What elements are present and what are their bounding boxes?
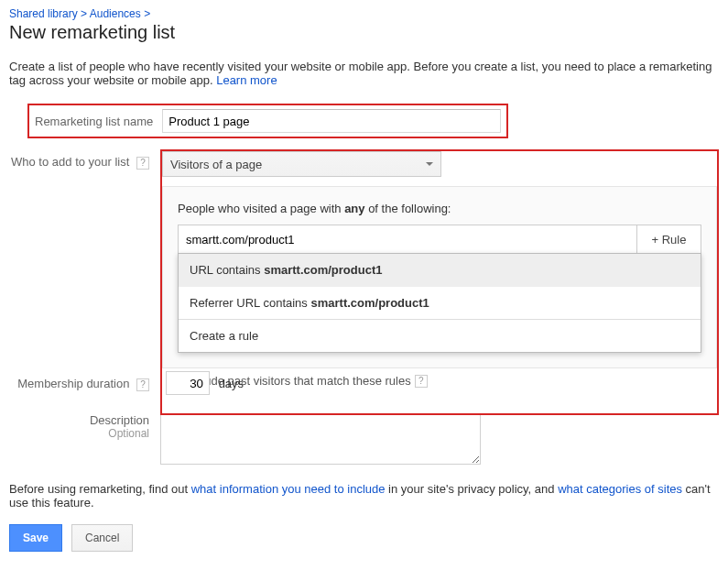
- cancel-button[interactable]: Cancel: [71, 524, 133, 552]
- button-row: Save Cancel: [9, 524, 719, 552]
- description-row: Description Optional: [9, 413, 719, 467]
- breadcrumb-shared[interactable]: Shared library: [9, 7, 78, 20]
- membership-duration-input[interactable]: [166, 371, 210, 395]
- info-include-link[interactable]: what information you need to include: [191, 482, 386, 496]
- membership-unit: days: [219, 377, 244, 390]
- categories-link[interactable]: what categories of sites: [558, 482, 682, 496]
- url-input[interactable]: [178, 225, 637, 254]
- visitors-dropdown-label: Visitors of a page: [170, 158, 262, 171]
- footer-text: Before using remarketing, find out what …: [9, 482, 719, 510]
- url-input-row: + Rule: [178, 225, 701, 254]
- visitors-dropdown[interactable]: Visitors of a page: [162, 151, 441, 177]
- who-label-wrap: Who to add to your list ?: [9, 149, 160, 170]
- page-title: New remarketing list: [9, 22, 719, 43]
- breadcrumb-sep1: >: [81, 7, 87, 20]
- description-label: Description: [9, 413, 149, 427]
- description-textarea[interactable]: [160, 413, 481, 465]
- url-suggestions: URL contains smartt.com/product1 Referre…: [178, 253, 701, 353]
- name-label: Remarketing list name: [35, 115, 153, 128]
- membership-content: days: [160, 371, 719, 395]
- rules-title: People who visited a page with any of th…: [178, 202, 701, 215]
- description-label-wrap: Description Optional: [9, 413, 160, 440]
- suggestion-url-contains[interactable]: URL contains smartt.com/product1: [179, 254, 701, 286]
- membership-label: Membership duration: [17, 377, 129, 390]
- chevron-down-icon: [426, 162, 433, 166]
- learn-more-link[interactable]: Learn more: [216, 73, 277, 87]
- breadcrumb-audiences[interactable]: Audiences: [90, 7, 141, 20]
- rules-panel: People who visited a page with any of th…: [162, 186, 717, 368]
- who-label: Who to add to your list: [11, 155, 129, 169]
- name-highlight: Remarketing list name: [27, 104, 508, 138]
- intro-body: Create a list of people who have recentl…: [9, 60, 712, 87]
- save-button[interactable]: Save: [9, 524, 62, 552]
- help-icon[interactable]: ?: [136, 378, 149, 391]
- name-row: Remarketing list name: [27, 104, 719, 138]
- remarketing-list-name-input[interactable]: [162, 109, 501, 133]
- membership-label-wrap: Membership duration ?: [9, 371, 160, 391]
- suggestion-referrer-contains[interactable]: Referrer URL contains smartt.com/product…: [179, 286, 701, 319]
- membership-row: Membership duration ? days: [9, 371, 719, 395]
- help-icon[interactable]: ?: [136, 157, 149, 170]
- suggestion-create-rule[interactable]: Create a rule: [179, 319, 701, 352]
- breadcrumb-sep2: >: [144, 7, 150, 20]
- description-optional: Optional: [9, 427, 149, 440]
- description-content: [160, 413, 719, 467]
- add-rule-button[interactable]: + Rule: [637, 225, 701, 254]
- intro-text: Create a list of people who have recentl…: [9, 60, 719, 87]
- breadcrumb: Shared library > Audiences >: [9, 7, 719, 20]
